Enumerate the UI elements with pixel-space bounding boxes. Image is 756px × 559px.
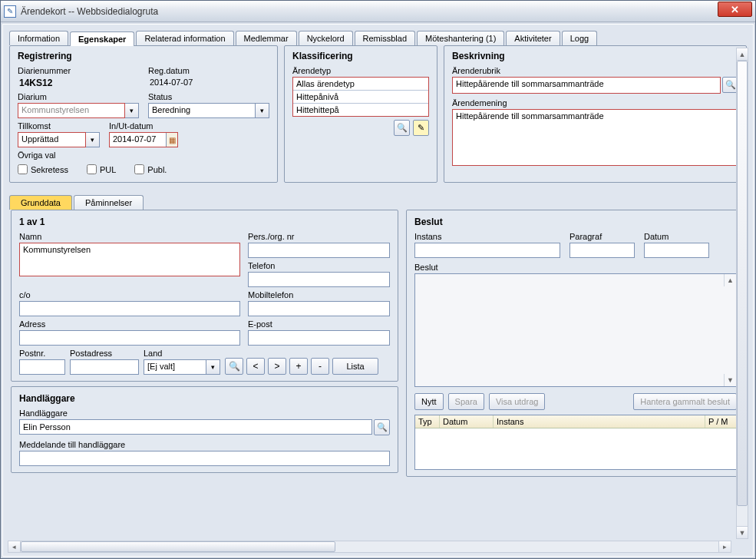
paragraf-input[interactable] bbox=[569, 243, 635, 258]
lista-button[interactable]: Lista bbox=[332, 358, 378, 375]
handlaggare-input[interactable] bbox=[19, 419, 372, 435]
arendetyp-item[interactable]: Hittehittepå bbox=[293, 104, 428, 116]
th-typ[interactable]: Typ bbox=[415, 415, 440, 428]
th-pm[interactable]: P / M bbox=[705, 415, 736, 428]
inut-label: In/Ut-datum bbox=[109, 121, 178, 131]
co-input[interactable] bbox=[19, 301, 240, 316]
search-icon[interactable]: 🔍 bbox=[374, 419, 390, 435]
subtab-grunddata[interactable]: Grunddata bbox=[9, 195, 72, 210]
beskrivning-title: Beskrivning bbox=[452, 51, 738, 61]
main-tabs: Information Egenskaper Relaterad informa… bbox=[3, 25, 753, 45]
tab-egenskaper[interactable]: Egenskaper bbox=[70, 31, 134, 46]
publ-label: Publ. bbox=[147, 165, 167, 174]
sekretess-checkbox[interactable]: Sekretess bbox=[18, 164, 68, 174]
tab-remissblad[interactable]: Remissblad bbox=[355, 31, 415, 45]
inut-date-field[interactable]: 2014-07-07 bbox=[110, 133, 166, 147]
publ-checkbox[interactable]: Publ. bbox=[134, 164, 167, 174]
search-icon[interactable]: 🔍 bbox=[225, 358, 243, 375]
meddelande-label: Meddelande till handläggare bbox=[19, 440, 390, 449]
pul-checkbox[interactable]: PUL bbox=[87, 164, 116, 174]
window: ✎ Ärendekort -- Webbsidedialogruta ✕ Inf… bbox=[0, 0, 756, 559]
land-dropdown[interactable]: [Ej valt] bbox=[144, 359, 206, 375]
th-datum[interactable]: Datum bbox=[440, 415, 494, 428]
mening-textarea[interactable]: Hittepåärende till sommarsammanträde bbox=[452, 109, 738, 166]
instans-label: Instans bbox=[414, 232, 560, 241]
close-button[interactable]: ✕ bbox=[718, 2, 752, 17]
postnr-label: Postnr. bbox=[19, 349, 65, 358]
next-button[interactable]: > bbox=[268, 358, 286, 375]
scroll-down-icon[interactable]: ▼ bbox=[724, 374, 736, 386]
handlaggare-title: Handläggare bbox=[19, 393, 390, 404]
spara-button[interactable]: Spara bbox=[448, 393, 484, 410]
epost-input[interactable] bbox=[248, 330, 390, 346]
chevron-down-icon[interactable]: ▾ bbox=[86, 132, 100, 147]
arendetyp-item[interactable]: Allas ärendetyp bbox=[293, 78, 428, 91]
tab-nyckelord[interactable]: Nyckelord bbox=[299, 31, 353, 45]
diarienummer-label: Diarienummer bbox=[18, 66, 139, 75]
mobil-input[interactable] bbox=[248, 301, 390, 316]
diarienummer-value: 14KS12 bbox=[18, 77, 139, 89]
remove-button[interactable]: - bbox=[311, 358, 329, 375]
datum-input[interactable] bbox=[644, 243, 709, 258]
adress-input[interactable] bbox=[19, 330, 240, 346]
registrering-title: Registrering bbox=[18, 51, 269, 61]
horizontal-scrollbar[interactable]: ◂ ▸ bbox=[8, 541, 731, 553]
persorg-input[interactable] bbox=[248, 243, 390, 258]
scrollbar-thumb[interactable] bbox=[21, 541, 335, 552]
tillkomst-dropdown[interactable]: Upprättad bbox=[18, 132, 86, 147]
arendetyp-list[interactable]: Allas ärendetyp Hittepånivå Hittehittepå bbox=[292, 77, 429, 117]
diarium-dropdown[interactable]: Kommunstyrelsen bbox=[18, 103, 125, 118]
status-label: Status bbox=[148, 92, 269, 101]
postadress-input[interactable] bbox=[70, 359, 139, 375]
scroll-up-icon[interactable]: ▲ bbox=[724, 274, 736, 286]
meddelande-input[interactable] bbox=[19, 451, 390, 466]
box-grunddata: 1 av 1 Namn Pers./org. nr bbox=[11, 210, 398, 382]
tab-aktiviteter[interactable]: Aktiviteter bbox=[506, 31, 560, 45]
epost-label: E-post bbox=[248, 319, 390, 329]
handlaggare-label: Handläggare bbox=[19, 408, 390, 418]
klassificering-title: Klassificering bbox=[292, 51, 429, 61]
scroll-up-icon[interactable]: ▲ bbox=[737, 48, 748, 61]
visa-button[interactable]: Visa utdrag bbox=[489, 393, 545, 410]
th-instans[interactable]: Instans bbox=[494, 415, 705, 428]
status-dropdown[interactable]: Beredning bbox=[148, 103, 256, 118]
scrollbar-thumb[interactable] bbox=[737, 61, 748, 506]
tab-medlemmar[interactable]: Medlemmar bbox=[236, 31, 297, 45]
prev-button[interactable]: < bbox=[246, 358, 265, 375]
tab-relaterad[interactable]: Relaterad information bbox=[136, 31, 233, 45]
add-button[interactable]: + bbox=[289, 358, 308, 375]
postnr-input[interactable] bbox=[19, 359, 65, 375]
regdatum-label: Reg.datum bbox=[148, 66, 269, 75]
table-header: Typ Datum Instans P / M bbox=[415, 415, 736, 428]
datum-label: Datum bbox=[644, 232, 709, 241]
search-icon[interactable]: 🔍 bbox=[394, 120, 410, 136]
content-area: Information Egenskaper Relaterad informa… bbox=[2, 24, 754, 557]
nytt-button[interactable]: Nytt bbox=[414, 393, 444, 410]
postadress-label: Postadress bbox=[70, 349, 139, 358]
edit-icon[interactable]: ✎ bbox=[413, 120, 429, 136]
mening-label: Ärendemening bbox=[452, 98, 738, 108]
chevron-down-icon[interactable]: ▾ bbox=[125, 103, 139, 118]
namn-textarea[interactable] bbox=[19, 243, 240, 276]
hantera-button[interactable]: Hantera gammalt beslut bbox=[633, 393, 737, 410]
instans-input[interactable] bbox=[414, 243, 560, 258]
chevron-down-icon[interactable]: ▾ bbox=[206, 359, 220, 375]
arendetyp-label: Ärendetyp bbox=[292, 66, 429, 75]
land-label: Land bbox=[144, 349, 220, 358]
arendetyp-item[interactable]: Hittepånivå bbox=[293, 91, 428, 104]
scroll-right-icon[interactable]: ▸ bbox=[718, 541, 731, 552]
subtab-paminnelser[interactable]: Påminnelser bbox=[74, 195, 144, 210]
diarium-label: Diarium bbox=[18, 92, 139, 101]
rubrik-input[interactable]: Hittepåärende till sommarsammanträde bbox=[452, 77, 721, 94]
scroll-left-icon[interactable]: ◂ bbox=[8, 541, 21, 552]
telefon-input[interactable] bbox=[248, 272, 390, 287]
beslut-title: Beslut bbox=[414, 217, 737, 227]
tab-moteshantering[interactable]: Möteshantering (1) bbox=[417, 31, 504, 45]
tab-logg[interactable]: Logg bbox=[562, 31, 597, 45]
scroll-down-icon[interactable]: ▼ bbox=[737, 526, 748, 538]
chevron-down-icon[interactable]: ▾ bbox=[256, 103, 269, 118]
beslut-textarea[interactable]: ▲ ▼ bbox=[414, 273, 737, 387]
tab-information[interactable]: Information bbox=[9, 31, 68, 45]
calendar-icon[interactable]: ▦ bbox=[166, 133, 177, 147]
vertical-scrollbar[interactable]: ▲ ▼ bbox=[736, 48, 748, 539]
